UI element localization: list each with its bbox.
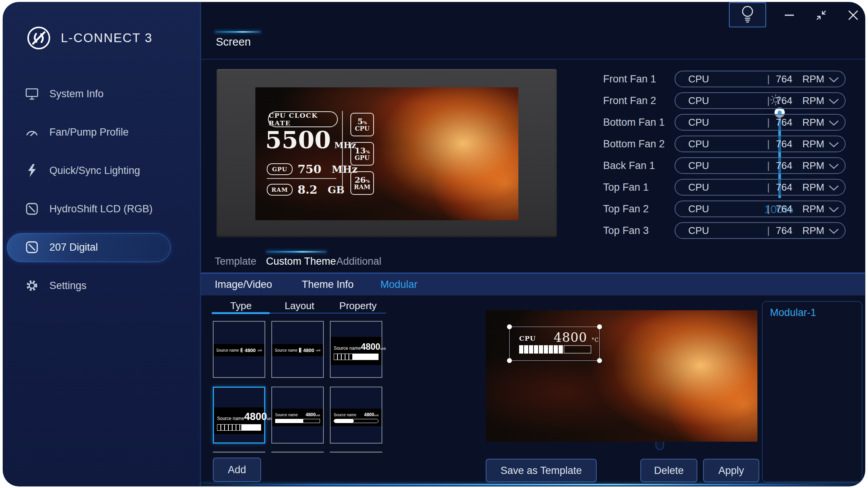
main-content: Screen CPU CLOCK RATE 5500 MHz GPU 750 M… [201,2,865,486]
header-separator [201,59,865,60]
module-thumbnail-6[interactable]: Source name 4800 unit [330,387,382,444]
resize-handle[interactable] [597,324,602,329]
cpu-usage-stat: 5% CPU [350,113,374,136]
overlay-divider [267,178,336,179]
brand-logo-icon [27,26,51,50]
fan-name: Top Fan 1 [603,182,675,193]
progress-bar [217,424,261,431]
type-tab-underline [212,312,270,314]
gpu-usage-stat: 13% GPU [350,142,374,166]
modular-tabs-underline [270,313,386,314]
fan-name: Bottom Fan 1 [603,117,675,128]
tab-screen[interactable]: Screen [216,36,251,48]
module-thumbnail-2[interactable]: Source name 4800 unit [271,321,324,378]
sidebar-item-label: System Info [49,88,104,100]
chevron-down-icon [829,120,839,126]
apply-button[interactable]: Apply [703,459,759,482]
chevron-down-icon [829,185,839,191]
fan-source-select[interactable]: CPU | 764 RPM [675,222,846,239]
theme-editor-canvas[interactable]: CPU 4800 °C [486,310,757,442]
delete-button[interactable]: Delete [640,459,697,482]
fan-row: Top Fan 2 CPU | 764 RPM [603,201,865,217]
bottom-accent-bar [201,484,865,485]
screen-tab-accent [215,31,261,33]
module-progress-bar [519,345,591,354]
sidebar-item-fan-pump-profile[interactable]: Fan/Pump Profile [25,124,192,141]
fan-source-select[interactable]: CPU | 764 RPM [675,136,846,152]
fan-row: Top Fan 1 CPU | 764 RPM [603,179,865,196]
app-title: L-CONNECT 3 [61,31,152,45]
restore-icon [816,10,826,20]
thumbnail-preview: Source name 4800 unit [331,409,382,426]
next-row-card-edge [271,452,324,453]
resize-handle[interactable] [597,358,602,363]
chevron-down-icon [829,142,839,148]
lightning-bolt-icon [25,164,39,177]
fan-source-select[interactable]: CPU | 764 RPM [675,179,846,196]
fan-source-select[interactable]: CPU | 764 RPM [675,201,846,217]
close-button[interactable] [846,8,861,23]
next-row-card-edge [213,452,265,453]
fan-source-select[interactable]: CPU | 764 RPM [675,92,846,109]
lcd-monitor-preview: CPU CLOCK RATE 5500 MHz GPU 750 MHz RAM … [217,69,557,237]
module-thumbnail-3[interactable]: Source name 4800 unit [330,321,382,378]
fan-name: Back Fan 1 [603,160,675,172]
sidebar-item-hydroshift-lcd[interactable]: HydroShift LCD (RGB) [25,201,192,217]
modular-list-panel: Modular-1 [762,301,862,482]
sidebar-item-207-digital[interactable]: 207 Digital [25,239,192,256]
tab-image-video[interactable]: Image/Video [215,279,272,291]
thumbnail-preview: Source name 4800 unit [272,344,323,356]
tab-type[interactable]: Type [212,300,270,312]
minimize-button[interactable] [782,8,797,23]
lcd-screen-image: CPU CLOCK RATE 5500 MHz GPU 750 MHz RAM … [255,87,518,220]
tab-template[interactable]: Template [215,256,257,267]
theme-light-button[interactable] [729,2,766,27]
tab-modular[interactable]: Modular [380,279,418,291]
add-button[interactable]: Add [213,458,261,482]
fan-row: Back Fan 1 CPU | 764 RPM [603,157,865,174]
next-row-card-edge [330,452,382,453]
progress-bar [334,354,379,360]
tab-additional[interactable]: Additional [336,256,382,267]
save-as-template-button[interactable]: Save as Template [486,459,597,482]
tab-custom-theme[interactable]: Custom Theme [266,256,336,267]
chevron-down-icon [829,207,839,213]
module-thumbnail-5[interactable]: Source name 4800 unit [271,387,324,444]
fan-source-select[interactable]: CPU | 764 RPM [675,114,846,131]
custom-theme-tab-accent [266,251,327,253]
sidebar-item-system-info[interactable]: System Info [25,85,192,102]
sidebar-item-label: Quick/Sync Lighting [49,165,140,177]
module-selection-box[interactable]: CPU 4800 °C [509,327,600,361]
tab-theme-info[interactable]: Theme Info [302,279,354,291]
fan-source-select[interactable]: CPU | 764 RPM [675,71,846,87]
progress-bar [334,419,379,423]
sidebar-item-label: 207 Digital [49,242,98,253]
resize-handle[interactable] [507,324,512,329]
chevron-down-icon [829,77,839,83]
close-icon [848,10,858,20]
fan-row: Front Fan 2 CPU | 764 RPM [603,92,865,109]
subtab-band: Image/Video Theme Info Modular [201,273,865,295]
thumbnail-preview: Source name 4800 unit [331,337,382,365]
sidebar-item-label: Fan/Pump Profile [49,126,129,138]
tab-layout[interactable]: Layout [270,300,329,312]
fan-row: Bottom Fan 1 CPU | 764 RPM [603,114,865,131]
fan-row: Top Fan 3 CPU | 764 RPM [603,222,865,239]
progress-bar [275,419,320,423]
restore-button[interactable] [814,8,829,23]
fan-name: Front Fan 1 [603,73,675,85]
tab-property[interactable]: Property [329,300,387,312]
app-window: L-CONNECT 3 System Info Fan/Pump Profile [3,2,865,486]
sidebar-item-label: HydroShift LCD (RGB) [49,203,153,215]
monitor-icon [25,87,39,101]
resize-handle[interactable] [507,358,512,363]
app-root: L-CONNECT 3 System Info Fan/Pump Profile [0,0,868,488]
modular-item-label[interactable]: Modular-1 [770,307,816,319]
sidebar: L-CONNECT 3 System Info Fan/Pump Profile [3,2,200,486]
module-thumbnail-4-selected[interactable]: Source name 4800 unit [213,387,265,444]
sidebar-item-settings[interactable]: Settings [25,277,192,294]
sidebar-item-quick-sync-lighting[interactable]: Quick/Sync Lighting [25,162,192,179]
module-thumbnail-1[interactable]: Source name 4800 unit [213,321,265,378]
fan-name: Top Fan 2 [603,203,675,215]
fan-source-select[interactable]: CPU | 764 RPM [675,157,846,174]
